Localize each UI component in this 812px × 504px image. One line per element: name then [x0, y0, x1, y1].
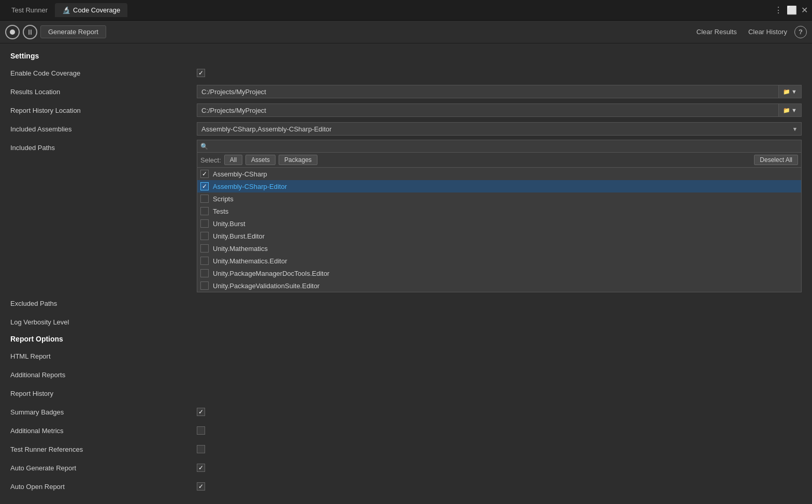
assembly-list-item[interactable]: Unity.PackageManagerDocTools.Editor [197, 267, 801, 279]
results-location-input[interactable] [197, 85, 778, 98]
assembly-list-item[interactable]: Tests [197, 205, 801, 217]
additional-reports-label: Additional Reports [10, 371, 197, 379]
select-assets-button[interactable]: Assets [245, 155, 276, 165]
excluded-paths-label: Excluded Paths [10, 300, 197, 307]
additional-metrics-checkbox[interactable] [197, 426, 205, 435]
assembly-panel-inner: 🔍 Select: All Assets Packages Deselect A… [197, 140, 802, 292]
assembly-item-label: Scripts [213, 195, 234, 203]
included-paths-label: Included Paths [10, 140, 197, 152]
additional-metrics-label: Additional Metrics [10, 427, 197, 435]
assembly-item-checkbox[interactable] [200, 244, 209, 253]
report-options-title: Report Options [10, 335, 802, 343]
assembly-list-item[interactable]: Assembly-CSharp [197, 168, 801, 180]
assembly-item-checkbox[interactable] [200, 195, 209, 203]
auto-generate-report-row: Auto Generate Report [10, 460, 802, 476]
included-assemblies-dropdown[interactable]: Assembly-CSharp,Assembly-CSharp-Editor [197, 122, 802, 136]
results-location-input-group: 📁 ▼ [197, 85, 802, 98]
maximize-icon[interactable]: ⬜ [787, 5, 797, 15]
help-button[interactable]: ? [794, 26, 807, 38]
auto-open-report-control [197, 482, 802, 491]
assembly-item-checkbox[interactable] [200, 207, 209, 215]
report-history-location-row: Report History Location 📁 ▼ [10, 102, 802, 118]
assembly-search-input[interactable] [211, 142, 798, 150]
enable-code-coverage-control [197, 69, 802, 77]
assembly-item-label: Unity.Burst.Editor [213, 232, 265, 240]
report-history-row: Report History [10, 386, 802, 401]
auto-generate-report-label: Auto Generate Report [10, 464, 197, 472]
assembly-item-checkbox[interactable] [200, 219, 209, 228]
test-runner-references-row: Test Runner References [10, 441, 802, 457]
test-runner-references-checkbox[interactable] [197, 445, 205, 453]
dropdown-arrow-icon-2: ▼ [791, 107, 797, 113]
pause-button[interactable]: ⏸ [23, 25, 37, 39]
assembly-item-checkbox[interactable] [200, 269, 209, 277]
excluded-paths-row: Excluded Paths [10, 295, 802, 311]
assembly-item-label: Unity.Mathematics.Editor [213, 257, 287, 265]
assembly-item-checkbox[interactable] [200, 281, 209, 290]
main-content: Settings Enable Code Coverage Results Lo… [0, 43, 812, 504]
auto-open-report-checkbox[interactable] [197, 482, 205, 491]
test-runner-references-control [197, 445, 802, 453]
assembly-item-label: Unity.Burst [213, 220, 245, 228]
select-all-button[interactable]: All [224, 155, 242, 165]
assembly-item-checkbox[interactable] [200, 257, 209, 265]
assembly-list-item[interactable]: Unity.Burst [197, 217, 801, 230]
summary-badges-checkbox[interactable] [197, 408, 205, 416]
results-location-folder-button[interactable]: 📁 ▼ [778, 85, 802, 98]
assembly-item-label: Unity.Mathematics [213, 245, 268, 253]
auto-generate-report-checkbox[interactable] [197, 464, 205, 472]
select-packages-button[interactable]: Packages [279, 155, 317, 165]
assembly-item-checkbox[interactable] [200, 170, 209, 178]
assembly-search-bar: 🔍 [197, 140, 801, 153]
assembly-list-item[interactable]: Assembly-CSharp-Editor [197, 180, 801, 192]
select-label: Select: [200, 156, 221, 164]
tab-test-runner[interactable]: Test Runner [4, 3, 55, 17]
close-icon[interactable]: ✕ [801, 5, 808, 15]
auto-open-report-label: Auto Open Report [10, 483, 197, 491]
assembly-list-item[interactable]: Unity.PackageValidationSuite.Editor [197, 279, 801, 292]
results-location-label: Results Location [10, 88, 197, 96]
folder-icon: 📁 [783, 88, 790, 95]
report-history-location-folder-button[interactable]: 📁 ▼ [778, 103, 802, 117]
log-verbosity-label: Log Verbosity Level [10, 318, 197, 326]
pause-icon: ⏸ [26, 28, 34, 36]
assembly-list-item[interactable]: Unity.Burst.Editor [197, 230, 801, 242]
summary-badges-row: Summary Badges [10, 404, 802, 420]
enable-code-coverage-label: Enable Code Coverage [10, 69, 197, 77]
tab-code-coverage[interactable]: 🔬Code Coverage [55, 3, 127, 17]
record-button[interactable] [5, 25, 20, 39]
auto-generate-report-control [197, 464, 802, 472]
assembly-list-item[interactable]: Scripts [197, 192, 801, 205]
assembly-item-label: Tests [213, 207, 228, 215]
assembly-select-toolbar: Select: All Assets Packages Deselect All [197, 153, 801, 168]
included-assemblies-row: Included Assemblies Assembly-CSharp,Asse… [10, 121, 802, 137]
toolbar: ⏸ Generate Report Clear Results Clear Hi… [0, 21, 812, 43]
included-paths-row: Included Paths 🔍 Select: All Assets Pack… [10, 140, 802, 292]
assembly-item-checkbox[interactable] [200, 232, 209, 240]
clear-history-button[interactable]: Clear History [744, 26, 791, 38]
auto-open-report-row: Auto Open Report [10, 479, 802, 494]
assembly-item-label: Assembly-CSharp-Editor [213, 183, 287, 190]
generate-report-button[interactable]: Generate Report [40, 25, 106, 38]
assembly-panel: 🔍 Select: All Assets Packages Deselect A… [197, 140, 802, 292]
report-history-location-input[interactable] [197, 103, 778, 117]
code-coverage-icon: 🔬 [62, 6, 70, 14]
clear-results-button[interactable]: Clear Results [692, 26, 741, 38]
assembly-list-item[interactable]: Unity.Mathematics [197, 242, 801, 255]
included-assemblies-dropdown-wrapper: Assembly-CSharp,Assembly-CSharp-Editor ▼ [197, 122, 802, 136]
settings-title: Settings [10, 52, 802, 60]
additional-metrics-row: Additional Metrics [10, 423, 802, 438]
enable-code-coverage-checkbox[interactable] [197, 69, 205, 77]
additional-metrics-control [197, 426, 802, 435]
assembly-item-checkbox[interactable] [200, 182, 209, 190]
assembly-list-item[interactable]: Unity.Mathematics.Editor [197, 255, 801, 267]
more-options-icon[interactable]: ⋮ [774, 5, 782, 15]
assembly-list: Assembly-CSharpAssembly-CSharp-EditorScr… [197, 168, 801, 292]
summary-badges-label: Summary Badges [10, 408, 197, 416]
deselect-all-button[interactable]: Deselect All [754, 155, 798, 165]
results-location-row: Results Location 📁 ▼ [10, 84, 802, 99]
window-controls: ⋮ ⬜ ✕ [774, 5, 808, 15]
enable-code-coverage-row: Enable Code Coverage [10, 65, 802, 81]
assembly-item-label: Unity.PackageManagerDocTools.Editor [213, 270, 329, 277]
included-assemblies-control: Assembly-CSharp,Assembly-CSharp-Editor ▼ [197, 122, 802, 136]
